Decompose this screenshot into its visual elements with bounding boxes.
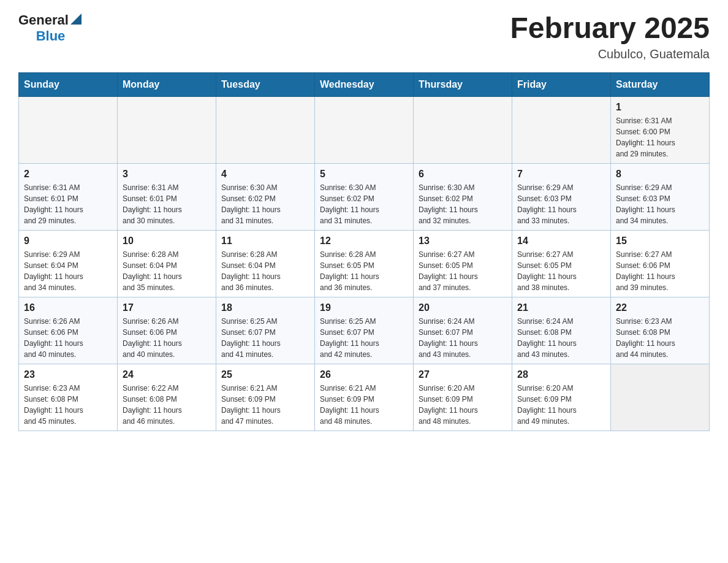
day-number: 23 — [24, 369, 112, 380]
day-info: Sunrise: 6:24 AM Sunset: 6:07 PM Dayligh… — [419, 316, 507, 360]
day-info: Sunrise: 6:29 AM Sunset: 6:04 PM Dayligh… — [24, 249, 112, 293]
day-info: Sunrise: 6:23 AM Sunset: 6:08 PM Dayligh… — [24, 383, 112, 427]
day-number: 20 — [419, 302, 507, 313]
day-info: Sunrise: 6:29 AM Sunset: 6:03 PM Dayligh… — [616, 182, 704, 226]
day-number: 15 — [616, 236, 704, 247]
calendar-day-cell: 18Sunrise: 6:25 AM Sunset: 6:07 PM Dayli… — [216, 297, 315, 364]
logo-general-text: General — [18, 12, 69, 28]
day-info: Sunrise: 6:26 AM Sunset: 6:06 PM Dayligh… — [123, 316, 211, 360]
day-number: 4 — [221, 169, 309, 180]
day-number: 1 — [616, 102, 704, 113]
logo-triangle-icon — [70, 13, 82, 25]
day-number: 3 — [123, 169, 211, 180]
logo: General Blue — [18, 12, 82, 44]
day-number: 21 — [517, 302, 605, 313]
day-info: Sunrise: 6:28 AM Sunset: 6:04 PM Dayligh… — [123, 249, 211, 293]
day-number: 19 — [320, 302, 408, 313]
day-info: Sunrise: 6:22 AM Sunset: 6:08 PM Dayligh… — [123, 383, 211, 427]
calendar-header-thursday: Thursday — [414, 72, 512, 96]
day-info: Sunrise: 6:28 AM Sunset: 6:05 PM Dayligh… — [320, 249, 408, 293]
calendar-day-cell: 16Sunrise: 6:26 AM Sunset: 6:06 PM Dayli… — [19, 297, 118, 364]
day-info: Sunrise: 6:29 AM Sunset: 6:03 PM Dayligh… — [517, 182, 605, 226]
day-info: Sunrise: 6:23 AM Sunset: 6:08 PM Dayligh… — [616, 316, 704, 360]
day-number: 18 — [221, 302, 309, 313]
day-number: 10 — [123, 236, 211, 247]
calendar-day-cell — [414, 96, 512, 163]
day-number: 25 — [221, 369, 309, 380]
day-number: 8 — [616, 169, 704, 180]
day-number: 2 — [24, 169, 112, 180]
day-number: 6 — [419, 169, 507, 180]
calendar-day-cell: 13Sunrise: 6:27 AM Sunset: 6:05 PM Dayli… — [414, 230, 512, 297]
calendar-day-cell: 11Sunrise: 6:28 AM Sunset: 6:04 PM Dayli… — [216, 230, 315, 297]
calendar-day-cell: 15Sunrise: 6:27 AM Sunset: 6:06 PM Dayli… — [611, 230, 710, 297]
calendar-day-cell: 6Sunrise: 6:30 AM Sunset: 6:02 PM Daylig… — [414, 163, 512, 230]
calendar-week-row: 16Sunrise: 6:26 AM Sunset: 6:06 PM Dayli… — [19, 297, 710, 364]
calendar-day-cell: 4Sunrise: 6:30 AM Sunset: 6:02 PM Daylig… — [216, 163, 315, 230]
day-number: 5 — [320, 169, 408, 180]
day-info: Sunrise: 6:27 AM Sunset: 6:05 PM Dayligh… — [517, 249, 605, 293]
calendar-day-cell — [19, 96, 118, 163]
calendar-header-saturday: Saturday — [611, 72, 710, 96]
calendar-header-wednesday: Wednesday — [315, 72, 414, 96]
day-info: Sunrise: 6:25 AM Sunset: 6:07 PM Dayligh… — [221, 316, 309, 360]
title-block: February 2025 Cubulco, Guatemala — [510, 12, 710, 61]
calendar-header-friday: Friday — [512, 72, 611, 96]
calendar-day-cell: 17Sunrise: 6:26 AM Sunset: 6:06 PM Dayli… — [118, 297, 216, 364]
calendar: SundayMondayTuesdayWednesdayThursdayFrid… — [18, 72, 710, 431]
calendar-day-cell: 24Sunrise: 6:22 AM Sunset: 6:08 PM Dayli… — [118, 364, 216, 431]
calendar-day-cell: 9Sunrise: 6:29 AM Sunset: 6:04 PM Daylig… — [19, 230, 118, 297]
day-info: Sunrise: 6:31 AM Sunset: 6:00 PM Dayligh… — [616, 115, 704, 159]
calendar-week-row: 9Sunrise: 6:29 AM Sunset: 6:04 PM Daylig… — [19, 230, 710, 297]
calendar-day-cell: 22Sunrise: 6:23 AM Sunset: 6:08 PM Dayli… — [611, 297, 710, 364]
day-info: Sunrise: 6:30 AM Sunset: 6:02 PM Dayligh… — [419, 182, 507, 226]
day-number: 9 — [24, 236, 112, 247]
day-info: Sunrise: 6:28 AM Sunset: 6:04 PM Dayligh… — [221, 249, 309, 293]
day-number: 17 — [123, 302, 211, 313]
day-info: Sunrise: 6:21 AM Sunset: 6:09 PM Dayligh… — [221, 383, 309, 427]
calendar-day-cell: 21Sunrise: 6:24 AM Sunset: 6:08 PM Dayli… — [512, 297, 611, 364]
logo-blue-text: Blue — [36, 28, 66, 44]
calendar-day-cell: 14Sunrise: 6:27 AM Sunset: 6:05 PM Dayli… — [512, 230, 611, 297]
calendar-week-row: 2Sunrise: 6:31 AM Sunset: 6:01 PM Daylig… — [19, 163, 710, 230]
day-info: Sunrise: 6:25 AM Sunset: 6:07 PM Dayligh… — [320, 316, 408, 360]
day-info: Sunrise: 6:31 AM Sunset: 6:01 PM Dayligh… — [123, 182, 211, 226]
day-number: 11 — [221, 236, 309, 247]
calendar-week-row: 23Sunrise: 6:23 AM Sunset: 6:08 PM Dayli… — [19, 364, 710, 431]
day-info: Sunrise: 6:27 AM Sunset: 6:06 PM Dayligh… — [616, 249, 704, 293]
day-info: Sunrise: 6:20 AM Sunset: 6:09 PM Dayligh… — [517, 383, 605, 427]
day-number: 7 — [517, 169, 605, 180]
calendar-day-cell: 10Sunrise: 6:28 AM Sunset: 6:04 PM Dayli… — [118, 230, 216, 297]
day-info: Sunrise: 6:20 AM Sunset: 6:09 PM Dayligh… — [419, 383, 507, 427]
day-info: Sunrise: 6:30 AM Sunset: 6:02 PM Dayligh… — [320, 182, 408, 226]
day-number: 26 — [320, 369, 408, 380]
calendar-week-row: 1Sunrise: 6:31 AM Sunset: 6:00 PM Daylig… — [19, 96, 710, 163]
calendar-day-cell — [118, 96, 216, 163]
header: General Blue February 2025 Cubulco, Guat… — [18, 12, 710, 61]
day-info: Sunrise: 6:21 AM Sunset: 6:09 PM Dayligh… — [320, 383, 408, 427]
svg-marker-0 — [70, 13, 82, 25]
calendar-day-cell: 12Sunrise: 6:28 AM Sunset: 6:05 PM Dayli… — [315, 230, 414, 297]
day-number: 16 — [24, 302, 112, 313]
day-number: 27 — [419, 369, 507, 380]
calendar-day-cell: 20Sunrise: 6:24 AM Sunset: 6:07 PM Dayli… — [414, 297, 512, 364]
calendar-day-cell: 7Sunrise: 6:29 AM Sunset: 6:03 PM Daylig… — [512, 163, 611, 230]
day-info: Sunrise: 6:24 AM Sunset: 6:08 PM Dayligh… — [517, 316, 605, 360]
calendar-day-cell: 8Sunrise: 6:29 AM Sunset: 6:03 PM Daylig… — [611, 163, 710, 230]
day-number: 24 — [123, 369, 211, 380]
day-number: 12 — [320, 236, 408, 247]
day-number: 22 — [616, 302, 704, 313]
calendar-day-cell: 23Sunrise: 6:23 AM Sunset: 6:08 PM Dayli… — [19, 364, 118, 431]
calendar-day-cell: 19Sunrise: 6:25 AM Sunset: 6:07 PM Dayli… — [315, 297, 414, 364]
day-info: Sunrise: 6:27 AM Sunset: 6:05 PM Dayligh… — [419, 249, 507, 293]
day-info: Sunrise: 6:30 AM Sunset: 6:02 PM Dayligh… — [221, 182, 309, 226]
location: Cubulco, Guatemala — [510, 47, 710, 61]
calendar-day-cell: 3Sunrise: 6:31 AM Sunset: 6:01 PM Daylig… — [118, 163, 216, 230]
calendar-day-cell: 2Sunrise: 6:31 AM Sunset: 6:01 PM Daylig… — [19, 163, 118, 230]
calendar-day-cell — [216, 96, 315, 163]
day-info: Sunrise: 6:26 AM Sunset: 6:06 PM Dayligh… — [24, 316, 112, 360]
calendar-day-cell — [611, 364, 710, 431]
calendar-day-cell: 28Sunrise: 6:20 AM Sunset: 6:09 PM Dayli… — [512, 364, 611, 431]
calendar-day-cell: 27Sunrise: 6:20 AM Sunset: 6:09 PM Dayli… — [414, 364, 512, 431]
calendar-day-cell: 25Sunrise: 6:21 AM Sunset: 6:09 PM Dayli… — [216, 364, 315, 431]
